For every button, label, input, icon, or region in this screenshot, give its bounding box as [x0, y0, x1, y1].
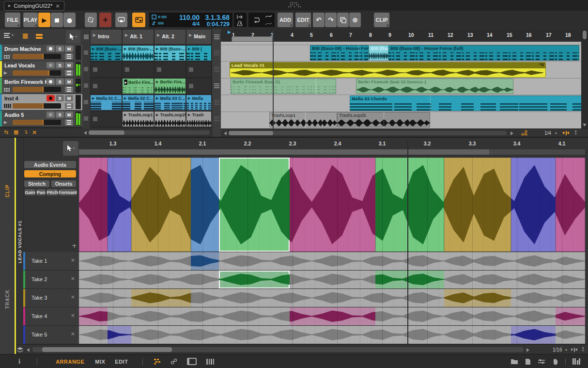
clip-slot[interactable]: ▶TrashLoop2b	[154, 111, 186, 127]
arranger-tool-selector[interactable]: ▾	[66, 30, 80, 44]
snap-caret-icon[interactable]: ▴	[555, 131, 557, 135]
arranger-clip-mella-03[interactable]: Mella 03 Chords	[350, 96, 588, 111]
scroll-left-arrow[interactable]	[224, 131, 227, 135]
stop-track-button[interactable]	[84, 83, 88, 88]
take-used-region[interactable]	[511, 326, 556, 344]
solo-button[interactable]: S	[56, 79, 64, 85]
bar-number[interactable]: 8	[369, 32, 372, 38]
take-lane-4[interactable]	[79, 307, 585, 326]
metronome-icon[interactable]	[237, 21, 243, 26]
clip-slot-empty[interactable]	[122, 62, 154, 78]
scroll-down-arrow[interactable]	[583, 124, 587, 127]
editor-tool-selector[interactable]: ▾	[63, 141, 78, 156]
clip-play-icon[interactable]: ▶	[188, 97, 190, 100]
automation-show-icon[interactable]	[265, 21, 272, 26]
bar-number[interactable]: 12	[448, 32, 453, 38]
layered-editing-button[interactable]	[115, 13, 127, 27]
launcher-clip-808[interactable]: ▶808 (Bass-...	[155, 46, 186, 61]
clip-play-icon[interactable]: ▶	[156, 48, 158, 51]
grid-sections-icon[interactable]: ▦	[14, 129, 18, 135]
arranger-clip-berlin-b[interactable]: Berlin Firework Beat 02-bounce-1	[356, 79, 513, 94]
punch-in-icon[interactable]	[237, 15, 244, 19]
launcher-clip-mella[interactable]: ▶Mella 01 C...	[91, 95, 122, 110]
track-lanes-icon[interactable]	[214, 83, 219, 88]
edit-menu-button[interactable]: EDIT	[295, 13, 311, 27]
beat-label[interactable]: 3.3	[469, 141, 476, 146]
take-used-region[interactable]	[131, 289, 191, 307]
clip-slot[interactable]: ▶Berlin Fire...	[154, 78, 186, 94]
arranger-clip-drum-c[interactable]: 808 (Bass-08) - House Force (full)	[388, 45, 579, 61]
comp-segment-take-4[interactable]	[556, 158, 585, 252]
position-value[interactable]: 3.1.3.68	[198, 14, 230, 21]
track-menu-button[interactable]	[65, 119, 73, 126]
arm-button[interactable]	[46, 46, 55, 52]
track-name[interactable]: Audio 5	[4, 112, 24, 118]
arranger-playhead[interactable]	[273, 30, 274, 128]
clip-slot[interactable]: ▶TrashLoop1	[122, 111, 154, 127]
stretch-button[interactable]: Stretch	[24, 180, 49, 187]
take-lane-2[interactable]	[79, 271, 585, 289]
mute-button[interactable]: M	[65, 112, 73, 118]
layers-icon[interactable]	[17, 347, 23, 353]
scene-play-icon[interactable]: ▶	[125, 33, 128, 39]
beat-label[interactable]: 3.2	[424, 141, 431, 146]
snap-caret-icon[interactable]: ▴	[565, 348, 567, 352]
launcher-clip-808[interactable]: ▶808 (Bass-...	[123, 46, 154, 61]
clip-play-icon[interactable]: ▶	[156, 113, 158, 117]
comp-segment-take-5[interactable]	[511, 158, 556, 252]
comp-area[interactable]	[79, 158, 585, 252]
note-editor-icon[interactable]	[573, 358, 581, 365]
bar-number[interactable]: 14	[487, 32, 493, 38]
bar-number[interactable]: 11	[428, 32, 433, 38]
arranger-snap-value[interactable]: 1/4	[544, 130, 551, 136]
stop-track-button[interactable]	[84, 50, 88, 55]
clip-slot[interactable]: ▶Trash	[186, 111, 212, 127]
track-menu-button[interactable]	[65, 53, 73, 60]
arranger-clip-drum-b[interactable]: 808 (Bas	[369, 45, 388, 61]
beat-label[interactable]: 1.4	[155, 141, 162, 146]
scene-header-alt-2[interactable]: ▶Alt. 2	[154, 29, 186, 45]
mute-button[interactable]: M	[65, 95, 73, 101]
bar-number[interactable]: 18	[565, 32, 571, 38]
file-menu-button[interactable]: FILE	[5, 13, 20, 27]
clip-slot[interactable]: ▶Mella 02 C...	[122, 95, 154, 111]
stop-all-button[interactable]	[84, 34, 89, 39]
scroll-right-arrow[interactable]	[511, 131, 513, 135]
delete-take-icon[interactable]: ×	[71, 331, 75, 336]
mute-button[interactable]: M	[65, 62, 73, 68]
comp-segment-take-4[interactable]	[290, 158, 375, 252]
launcher-clip-mella[interactable]: ▶Mella 03 C...	[155, 95, 186, 110]
bar-number[interactable]: 16	[526, 32, 532, 38]
arranger-ruler[interactable]: ▶ 1 2 3 4 5 6 7 8 9 10 11 12 13 14 15 16…	[221, 29, 581, 42]
track-row-berlin-firework-kit[interactable]: Berlin Firework Kit S M	[0, 78, 82, 94]
scroll-right-arrow[interactable]	[526, 348, 529, 352]
beat-label[interactable]: 2.4	[334, 141, 341, 146]
beat-label[interactable]: 3.4	[513, 141, 521, 146]
bar-number[interactable]: 4	[291, 32, 294, 38]
project-close-icon[interactable]: ×	[55, 3, 60, 9]
onsets-button[interactable]: Onsets	[51, 180, 76, 187]
arranger-clip-trash-b[interactable]: TrashLoop2b	[337, 112, 430, 128]
track-lanes-icon[interactable]	[214, 100, 219, 105]
mixer-panel-icon[interactable]	[206, 359, 214, 365]
arm-button[interactable]	[46, 62, 55, 68]
delete-take-icon[interactable]: ×	[71, 276, 75, 281]
track-row-inst-4[interactable]: Inst 4 S M	[0, 94, 82, 110]
take-header-5[interactable]: Take 5×	[23, 326, 79, 344]
pan-button[interactable]: Pan	[36, 189, 46, 195]
hand-tool-icon[interactable]	[552, 358, 558, 365]
add-overdub-button[interactable]: +	[99, 13, 111, 27]
tab-track[interactable]: TRACK	[2, 288, 13, 310]
editor-snap-value[interactable]: 1/16	[553, 347, 562, 352]
ruler-range-bar[interactable]	[232, 36, 273, 42]
record-button[interactable]: ●	[63, 13, 76, 27]
layout-arrange[interactable]: ARRANGE	[56, 359, 84, 365]
take-header-2[interactable]: Take 2×	[23, 271, 79, 289]
clip-play-icon[interactable]: ▶	[92, 97, 94, 100]
bar-number[interactable]: 7	[349, 32, 352, 38]
clip-play-icon[interactable]: ▶	[124, 97, 126, 100]
redo-button[interactable]: ↷	[325, 13, 337, 27]
beat-label[interactable]: 2.2	[244, 141, 251, 146]
comp-segment-take-4[interactable]	[79, 158, 108, 252]
editor-h-scrollbar[interactable]	[32, 347, 524, 352]
